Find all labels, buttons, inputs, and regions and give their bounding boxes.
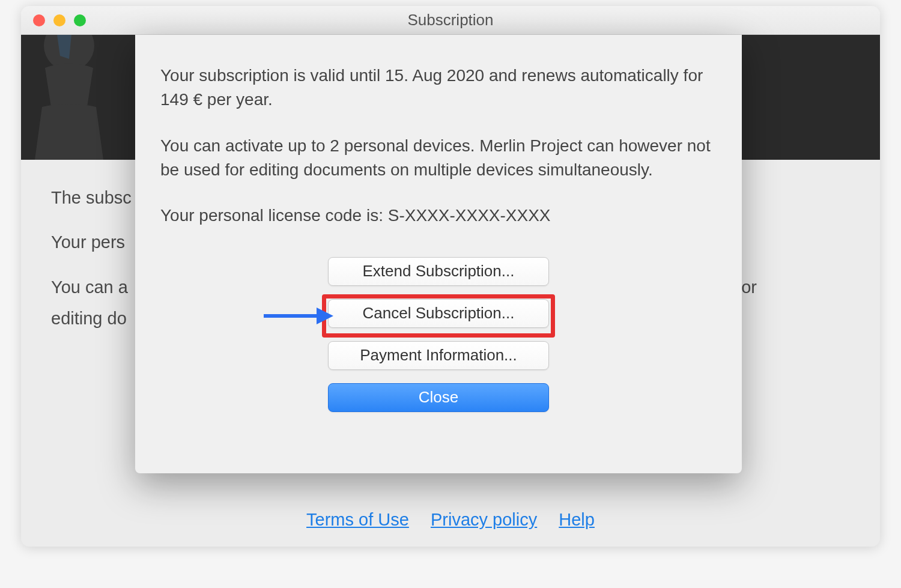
window-frame: Subscription The subsc Your pers You can… xyxy=(21,6,880,547)
payment-information-button[interactable]: Payment Information... xyxy=(328,341,549,370)
sheet-text: Your subscription is valid until 15. Aug… xyxy=(160,64,717,228)
footer-links: Terms of Use Privacy policy Help xyxy=(21,510,880,530)
bg-text-3a: You can a xyxy=(51,273,128,301)
traffic-lights xyxy=(33,14,86,26)
subscription-sheet: Your subscription is valid until 15. Aug… xyxy=(135,35,742,473)
window-maximize-button[interactable] xyxy=(74,14,86,26)
title-bar: Subscription xyxy=(21,6,880,35)
close-button[interactable]: Close xyxy=(328,383,549,412)
annotation-arrow-icon xyxy=(262,305,335,327)
extend-subscription-button[interactable]: Extend Subscription... xyxy=(328,257,549,286)
button-stack: Extend Subscription... Cancel Subscripti… xyxy=(160,257,717,412)
window-title: Subscription xyxy=(21,11,880,29)
subscription-validity-text: Your subscription is valid until 15. Aug… xyxy=(160,64,717,112)
window-close-button[interactable] xyxy=(33,14,45,26)
bg-text-4: editing do xyxy=(51,309,127,328)
window-minimize-button[interactable] xyxy=(53,14,65,26)
privacy-link[interactable]: Privacy policy xyxy=(431,510,537,529)
app-logo-icon xyxy=(21,35,129,160)
terms-link[interactable]: Terms of Use xyxy=(306,510,409,529)
bg-text-1: The subsc xyxy=(51,188,132,207)
help-link[interactable]: Help xyxy=(559,510,595,529)
device-limit-text: You can activate up to 2 personal device… xyxy=(160,134,717,183)
cancel-subscription-button[interactable]: Cancel Subscription... xyxy=(328,299,549,328)
license-code-text: Your personal license code is: S-XXXX-XX… xyxy=(160,204,717,228)
bg-text-2: Your pers xyxy=(51,232,125,252)
